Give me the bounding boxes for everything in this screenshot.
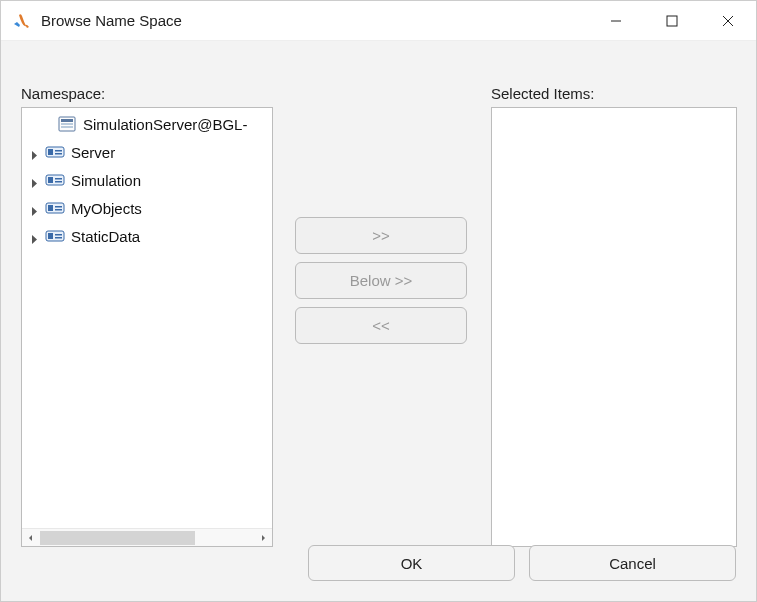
- titlebar: Browse Name Space: [1, 1, 756, 41]
- tree-item-label: MyObjects: [71, 200, 142, 217]
- scrollbar-thumb[interactable]: [40, 531, 195, 545]
- svg-rect-7: [61, 123, 73, 125]
- svg-rect-8: [61, 126, 73, 128]
- ok-button[interactable]: OK: [308, 545, 515, 581]
- tree-item-label: Server: [71, 144, 115, 161]
- add-below-button[interactable]: Below >>: [295, 262, 467, 299]
- tree-item[interactable]: Server: [22, 138, 272, 166]
- svg-rect-27: [55, 234, 62, 236]
- svg-rect-13: [55, 153, 62, 155]
- tree-item[interactable]: Simulation: [22, 166, 272, 194]
- tree-item[interactable]: StaticData: [22, 222, 272, 250]
- window-title: Browse Name Space: [41, 12, 182, 29]
- server-root-icon: [57, 116, 77, 132]
- svg-rect-23: [55, 209, 62, 211]
- svg-rect-1: [667, 16, 677, 26]
- dialog-content: Namespace: Selected Items: SimulationSer…: [1, 41, 756, 601]
- svg-rect-22: [55, 206, 62, 208]
- object-icon: [45, 228, 65, 244]
- scroll-right-button[interactable]: [254, 529, 272, 547]
- remove-button[interactable]: <<: [295, 307, 467, 344]
- svg-rect-6: [61, 119, 73, 122]
- expand-arrow-icon[interactable]: [29, 203, 40, 214]
- namespace-label: Namespace:: [21, 85, 105, 102]
- tree-item[interactable]: MyObjects: [22, 194, 272, 222]
- selected-items-label: Selected Items:: [491, 85, 594, 102]
- svg-rect-12: [55, 150, 62, 152]
- expand-arrow-icon[interactable]: [29, 231, 40, 242]
- expand-arrow-icon[interactable]: [29, 175, 40, 186]
- maximize-button[interactable]: [644, 1, 700, 41]
- transfer-button-group: >> Below >> <<: [295, 217, 467, 344]
- tree-item-label: SimulationServer@BGL-: [83, 116, 247, 133]
- object-icon: [45, 200, 65, 216]
- expand-arrow-icon[interactable]: [29, 147, 40, 158]
- dialog-button-bar: OK Cancel: [308, 545, 736, 581]
- object-icon: [45, 172, 65, 188]
- svg-marker-19: [32, 207, 37, 216]
- namespace-tree[interactable]: SimulationServer@BGL- Server Simulation …: [22, 108, 272, 528]
- svg-marker-24: [32, 235, 37, 244]
- svg-rect-21: [48, 205, 53, 211]
- window: Browse Name Space Namespace: Selected It…: [0, 0, 757, 602]
- scroll-left-button[interactable]: [22, 529, 40, 547]
- tree-horizontal-scrollbar[interactable]: [22, 528, 272, 546]
- svg-marker-29: [29, 535, 32, 541]
- scrollbar-track[interactable]: [40, 529, 254, 547]
- cancel-button[interactable]: Cancel: [529, 545, 736, 581]
- minimize-button[interactable]: [588, 1, 644, 41]
- app-icon: [5, 12, 37, 30]
- close-button[interactable]: [700, 1, 756, 41]
- tree-item[interactable]: SimulationServer@BGL-: [22, 110, 272, 138]
- tree-item-label: StaticData: [71, 228, 140, 245]
- object-icon: [45, 144, 65, 160]
- svg-rect-11: [48, 149, 53, 155]
- namespace-tree-panel: SimulationServer@BGL- Server Simulation …: [21, 107, 273, 547]
- selected-items-list[interactable]: [491, 107, 737, 547]
- svg-rect-18: [55, 181, 62, 183]
- add-button[interactable]: >>: [295, 217, 467, 254]
- svg-marker-30: [262, 535, 265, 541]
- svg-marker-9: [32, 151, 37, 160]
- svg-rect-17: [55, 178, 62, 180]
- tree-item-label: Simulation: [71, 172, 141, 189]
- svg-rect-16: [48, 177, 53, 183]
- svg-marker-14: [32, 179, 37, 188]
- svg-rect-28: [55, 237, 62, 239]
- svg-rect-26: [48, 233, 53, 239]
